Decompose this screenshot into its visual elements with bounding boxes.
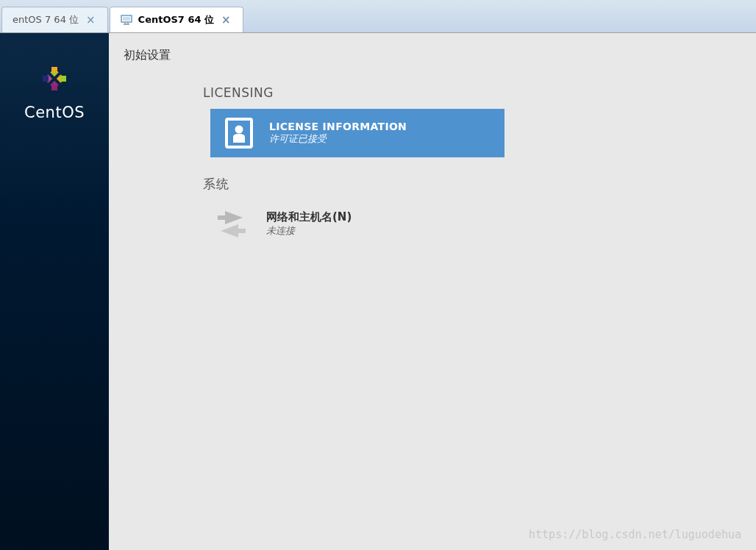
centos-logo-icon — [38, 63, 71, 95]
item-title: 网络和主机名(N) — [266, 210, 352, 224]
network-icon — [210, 205, 253, 242]
svg-rect-12 — [60, 76, 66, 82]
sidebar: CentOS — [0, 33, 109, 550]
main-container: CentOS 初始设置 LICENSING LICENSE INFORMATIO… — [0, 33, 756, 550]
close-icon[interactable]: × — [220, 13, 232, 26]
card-text: LICENSE INFORMATION 许可证已接受 — [269, 121, 407, 146]
svg-point-14 — [235, 126, 243, 134]
card-subtitle: 许可证已接受 — [269, 132, 407, 146]
network-hostname-item[interactable]: 网络和主机名(N) 未连接 — [210, 201, 756, 246]
tab-centos7-2[interactable]: CentOS7 64 位 × — [110, 7, 243, 32]
license-information-card[interactable]: LICENSE INFORMATION 许可证已接受 — [210, 109, 504, 157]
close-icon[interactable]: × — [85, 13, 97, 26]
monitor-icon — [121, 14, 132, 26]
section-heading-licensing: LICENSING — [109, 85, 756, 100]
tab-label: CentOS7 64 位 — [138, 13, 214, 26]
item-subtitle: 未连接 — [266, 224, 352, 238]
section-heading-system: 系统 — [109, 176, 756, 193]
tab-centos7-1[interactable]: entOS 7 64 位 × — [1, 7, 108, 32]
license-icon — [222, 116, 256, 150]
svg-rect-11 — [43, 76, 49, 82]
page-title: 初始设置 — [109, 48, 756, 85]
tab-label: entOS 7 64 位 — [13, 13, 79, 26]
watermark: https://blog.csdn.net/luguodehua — [529, 528, 741, 541]
card-title: LICENSE INFORMATION — [269, 121, 407, 132]
item-text: 网络和主机名(N) 未连接 — [266, 210, 352, 238]
svg-rect-9 — [51, 67, 57, 73]
sidebar-brand: CentOS — [24, 104, 85, 121]
content-area: 初始设置 LICENSING LICENSE INFORMATION 许可证已接… — [109, 33, 756, 550]
svg-rect-10 — [51, 85, 57, 90]
tab-bar: entOS 7 64 位 × CentOS7 64 位 × — [0, 0, 756, 33]
svg-rect-1 — [123, 17, 130, 21]
